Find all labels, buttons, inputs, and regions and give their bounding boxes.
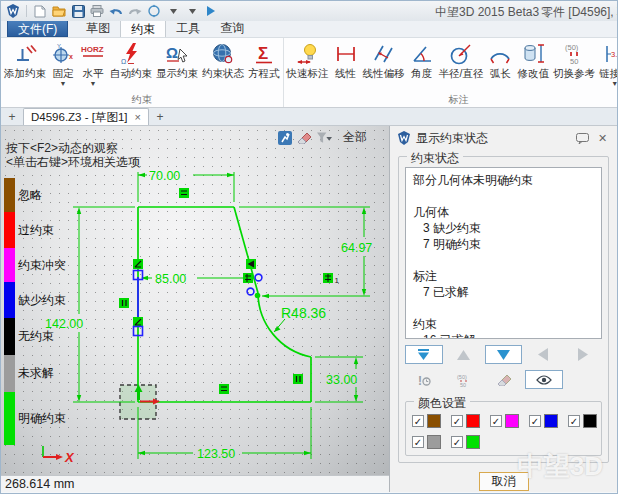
new-document-icon[interactable] [32, 4, 48, 19]
svg-text:(50): (50) [565, 43, 579, 52]
color-swatch-underconstrained [544, 414, 558, 428]
tab-sketch[interactable]: 草图 [76, 20, 120, 37]
ribbon-item-horizontal[interactable]: HORZ 水平 ▼ [78, 40, 108, 88]
balloon-help-icon[interactable] [575, 131, 590, 145]
ribbon: 添加约束 Yx 固定 ▼ HORZ 水平 ▼ Ω 自动约束 Ω [1, 38, 617, 108]
ribbon-item-link-dimension[interactable]: 3.1 链接到 ▼ [597, 40, 618, 88]
view-axis-indicator: X [43, 446, 75, 465]
auto-constraint-icon: Ω [119, 41, 143, 67]
chevron-down-icon[interactable]: ▼ [611, 80, 618, 87]
title-bar: 中望3D 2015 Beta3 零件 [D4596], 草图 - [1, 1, 617, 21]
underconstrained-markers[interactable] [134, 271, 262, 336]
svg-text:HORZ: HORZ [81, 45, 104, 54]
dim-142: 142.00 [45, 317, 83, 331]
tab-file[interactable]: 文件(F) [7, 20, 68, 37]
dim-123: 123.50 [197, 447, 235, 461]
angle-dimension-icon [410, 41, 434, 67]
svg-text:3.1: 3.1 [611, 50, 618, 59]
sketch-canvas[interactable]: 按下<F2>动态的观察 <单击右键>环境相关选项 全部 忽略 过约束 约束冲突 … [1, 126, 389, 475]
sketch-geometry[interactable]: 70.00 142.00 64.97 85.00 R48.36 33.00 12… [1, 126, 389, 475]
ribbon-item-linear[interactable]: 线性 [331, 40, 361, 80]
toggle-reference-icon: (50)50 [562, 41, 586, 67]
svg-text:50: 50 [460, 382, 466, 387]
checkbox[interactable] [451, 415, 463, 427]
play-icon[interactable] [203, 4, 219, 19]
tab-inquire[interactable]: 查询 [210, 20, 254, 37]
ribbon-item-arc-length[interactable]: 弧长 [485, 40, 515, 80]
document-title: 零件 [D4596], 草图 - [541, 4, 618, 21]
go-up-button[interactable] [445, 345, 483, 364]
dimension-labels[interactable]: 70.00 142.00 64.97 85.00 R48.36 33.00 12… [45, 169, 372, 461]
add-constraint-icon [13, 41, 37, 67]
divider [26, 5, 27, 17]
close-icon[interactable]: × [135, 111, 141, 123]
redo-icon[interactable] [127, 4, 143, 19]
checkbox[interactable] [412, 415, 424, 427]
show-constraint-status-panel: 显示约束状态 ✕ 约束状态 部分几何体未明确约束 几何体 3 缺少约束 7 明确… [389, 126, 617, 492]
checkbox[interactable] [451, 436, 463, 448]
chevron-down-icon[interactable]: ▼ [90, 80, 97, 87]
go-first-button[interactable] [405, 345, 443, 364]
ribbon-tab-bar: 文件(F) 草图 约束 工具 查询 [1, 21, 617, 38]
color-swatch-ignore [427, 414, 441, 428]
dim-85: 85.00 [155, 272, 186, 286]
view-navigation-icon[interactable] [146, 4, 162, 19]
quick-dimension-icon [296, 41, 320, 67]
linear-dimension-icon [334, 41, 358, 67]
constraint-glyphs[interactable]: 1 [119, 188, 340, 394]
ribbon-item-equation[interactable]: Σ 方程式 [246, 40, 282, 80]
ribbon-item-fix[interactable]: Yx 固定 ▼ [48, 40, 78, 88]
tab-constraint[interactable]: 约束 [120, 20, 166, 37]
radius-diameter-icon [449, 41, 473, 67]
ribbon-item-toggle-reference[interactable]: (50)50 切换参考 [551, 40, 597, 80]
show-constraint-button[interactable] [525, 370, 563, 389]
cancel-button[interactable]: 取消 [479, 472, 529, 491]
checkbox[interactable] [490, 415, 502, 427]
close-icon[interactable]: ✕ [595, 131, 610, 145]
chevron-down-icon[interactable]: ▼ [60, 80, 67, 87]
ribbon-item-constraint-status[interactable]: 约束状态 [200, 40, 246, 80]
svg-text:!: ! [418, 374, 422, 387]
plus-icon[interactable]: + [5, 109, 19, 125]
chevron-down-icon[interactable] [165, 4, 181, 19]
ribbon-item-modify-value[interactable]: 修改值 [515, 40, 551, 80]
document-tab[interactable]: D4596.Z3 - [草图1] × [23, 108, 149, 125]
print-icon[interactable] [89, 4, 105, 19]
group-label-dimension: 标注 [284, 94, 618, 107]
chevron-down-icon[interactable] [184, 4, 200, 19]
document-tab-title: D4596.Z3 - [草图1] [31, 110, 128, 125]
new-tab-plus-icon[interactable]: + [153, 109, 167, 125]
go-left-button[interactable] [524, 345, 562, 364]
horizontal-constraint-icon: HORZ [80, 41, 106, 67]
open-file-icon[interactable] [51, 4, 67, 19]
undo-icon[interactable] [108, 4, 124, 19]
panel-title: 显示约束状态 [416, 130, 570, 147]
dim-70: 70.00 [149, 169, 180, 183]
update-status-button[interactable]: ! [405, 370, 443, 389]
ribbon-item-show-constraints[interactable]: Ω 显示约束 [154, 40, 200, 80]
checkbox[interactable] [529, 415, 541, 427]
svg-text:50: 50 [570, 57, 578, 66]
ribbon-item-angle[interactable]: 角度 [407, 40, 437, 80]
color-swatch-welldefined [466, 435, 480, 449]
go-down-button[interactable] [485, 345, 523, 364]
ribbon-item-linear-offset[interactable]: 线性偏移 [361, 40, 407, 80]
ribbon-item-radius-diameter[interactable]: 半径/直径 [437, 40, 486, 80]
svg-text:x: x [69, 53, 73, 60]
save-icon[interactable] [70, 4, 86, 19]
svg-text:Ω: Ω [121, 58, 126, 65]
show-constraints-icon: Ω [164, 41, 190, 67]
tab-tools[interactable]: 工具 [166, 20, 210, 37]
checkbox[interactable] [568, 415, 580, 427]
constraint-state-group: 约束状态 部分几何体未明确约束 几何体 3 缺少约束 7 明确约束 标注 7 已… [398, 156, 609, 463]
ribbon-item-add-constraint[interactable]: 添加约束 [2, 40, 48, 80]
erase-highlight-button[interactable] [485, 370, 523, 389]
ribbon-item-quick-dimension[interactable]: 快速标注 [285, 40, 331, 80]
color-settings-label: 颜色设置 [414, 395, 470, 412]
svg-text:1: 1 [335, 276, 340, 285]
toggle-dimensions-button[interactable]: (50)50 [445, 370, 483, 389]
checkbox[interactable] [412, 436, 424, 448]
ribbon-item-auto-constraint[interactable]: Ω 自动约束 [108, 40, 154, 80]
go-right-button[interactable] [564, 345, 602, 364]
arc-length-icon [488, 41, 512, 67]
